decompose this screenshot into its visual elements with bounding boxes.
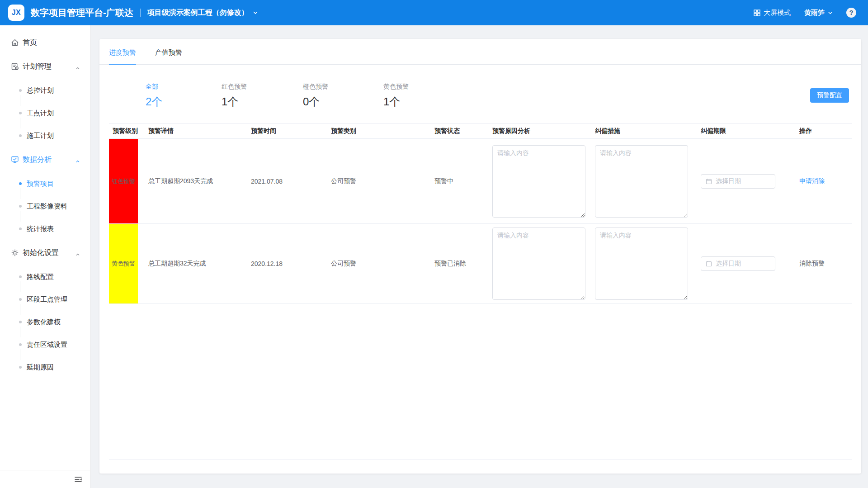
- warning-status: 预警中: [431, 177, 489, 185]
- sidebar-item-responsibility-area[interactable]: 责任区域设置: [0, 336, 90, 354]
- bullet-dot-icon: [19, 134, 22, 137]
- sidebar-item-site-plan[interactable]: 工点计划: [0, 104, 90, 122]
- bullet-dot-icon: [19, 112, 22, 114]
- sidebar-item-project-media[interactable]: 工程影像资料: [0, 197, 90, 215]
- sidebar-item-label: 首页: [23, 38, 37, 47]
- sidebar-group-init-settings[interactable]: 初始化设置: [0, 244, 90, 262]
- sidebar-group-label: 初始化设置: [23, 248, 59, 258]
- warning-level-cell: 黄色预警: [109, 224, 145, 303]
- apply-clear-warning-link[interactable]: 申请消除: [799, 177, 825, 185]
- sidebar-item-label: 施工计划: [27, 132, 54, 140]
- col-header-detail: 预警详情: [145, 127, 247, 135]
- warning-stats: 全部 2个 红色预警 1个 橙色预警 0个 黄色预警 1个 预警配置: [99, 65, 861, 123]
- tab-progress-warning[interactable]: 进度预警: [109, 48, 136, 64]
- sidebar: 首页 计划管理 总控计划 工点计划 施工计划 数据分析 预警项目: [0, 25, 90, 488]
- warning-level-badge-yellow: 黄色预警: [109, 224, 138, 303]
- stat-label: 全部: [146, 83, 162, 91]
- warning-time: 2021.07.08: [247, 178, 327, 185]
- stat-value: 1个: [383, 95, 409, 109]
- stat-value: 0个: [303, 95, 328, 109]
- stat-orange-warning[interactable]: 橙色预警 0个: [303, 83, 328, 109]
- bullet-dot-icon: [19, 366, 22, 369]
- warning-level-cell: 红色预警: [109, 139, 145, 223]
- correction-deadline-datepicker[interactable]: 选择日期: [701, 256, 775, 271]
- home-icon: [11, 38, 19, 47]
- sidebar-item-label: 统计报表: [27, 225, 54, 233]
- sidebar-item-warning-projects[interactable]: 预警项目: [0, 175, 90, 193]
- warning-table: 预警级别 预警详情 预警时间 预警类别 预警状态 预警原因分析 纠偏措施 纠偏期…: [109, 123, 852, 304]
- bullet-dot-icon: [19, 321, 22, 323]
- date-placeholder: 选择日期: [716, 260, 741, 268]
- settings-icon: [11, 249, 19, 257]
- stat-yellow-warning[interactable]: 黄色预警 1个: [383, 83, 409, 109]
- sidebar-group-plan[interactable]: 计划管理: [0, 57, 90, 76]
- bullet-dot-icon: [19, 182, 22, 185]
- sidebar-item-label: 预警项目: [27, 180, 54, 188]
- calendar-icon: [706, 261, 712, 267]
- sidebar-footer: [0, 470, 90, 488]
- warning-time: 2020.12.18: [247, 260, 327, 267]
- sidebar-item-label: 延期原因: [27, 363, 54, 372]
- sidebar-item-label: 工程影像资料: [27, 202, 67, 211]
- tab-bar: 进度预警 产值预警: [99, 39, 861, 65]
- warning-category: 公司预警: [327, 177, 431, 185]
- sidebar-item-master-plan[interactable]: 总控计划: [0, 81, 90, 99]
- table-row: 红色预警 总工期超期2093天完成 2021.07.08 公司预警 预警中: [109, 139, 852, 224]
- correction-deadline-datepicker[interactable]: 选择日期: [701, 174, 775, 189]
- clear-warning-action[interactable]: 消除预警: [799, 260, 825, 267]
- sidebar-item-label: 总控计划: [27, 86, 54, 95]
- screen-mode-icon: [754, 9, 760, 16]
- bullet-dot-icon: [19, 227, 22, 230]
- stat-red-warning[interactable]: 红色预警 1个: [222, 83, 247, 109]
- sidebar-group-label: 数据分析: [23, 155, 52, 165]
- warning-category: 公司预警: [327, 260, 431, 268]
- col-header-time: 预警时间: [247, 127, 327, 135]
- bullet-dot-icon: [19, 205, 22, 208]
- sidebar-item-section-site-mgmt[interactable]: 区段工点管理: [0, 290, 90, 308]
- plan-icon: [11, 62, 19, 71]
- chevron-down-icon: [253, 10, 258, 15]
- project-switcher[interactable]: 项目级演示案例工程（勿修改）: [147, 8, 258, 18]
- sidebar-item-parametric-modeling[interactable]: 参数化建模: [0, 313, 90, 331]
- sidebar-item-route-config[interactable]: 路线配置: [0, 268, 90, 286]
- username: 黄雨笋: [804, 9, 825, 17]
- main-area: 进度预警 产值预警 全部 2个 红色预警 1个 橙色预警 0个 黄色预警 1个 …: [90, 25, 868, 488]
- sidebar-item-label: 工点计划: [27, 109, 54, 118]
- sidebar-item-label: 区段工点管理: [27, 295, 67, 304]
- collapse-sidebar-button[interactable]: [75, 476, 82, 483]
- col-header-category: 预警类别: [327, 127, 431, 135]
- sidebar-item-home[interactable]: 首页: [0, 33, 90, 52]
- stat-label: 红色预警: [222, 83, 247, 91]
- reason-analysis-textarea[interactable]: [492, 227, 585, 300]
- sidebar-item-label: 参数化建模: [27, 318, 61, 327]
- sidebar-group-data-analysis[interactable]: 数据分析: [0, 151, 90, 169]
- calendar-icon: [706, 178, 712, 185]
- sidebar-item-construction-plan[interactable]: 施工计划: [0, 127, 90, 145]
- sidebar-group-label: 计划管理: [23, 62, 52, 71]
- reason-analysis-textarea[interactable]: [492, 145, 585, 218]
- help-button[interactable]: ?: [846, 8, 856, 18]
- project-name: 项目级演示案例工程（勿修改）: [147, 8, 249, 18]
- bullet-dot-icon: [19, 275, 22, 278]
- card-bottom-divider: [109, 459, 852, 460]
- warning-detail: 总工期超期2093天完成: [145, 177, 247, 185]
- chevron-up-icon: [75, 64, 80, 72]
- stat-label: 橙色预警: [303, 83, 328, 91]
- screen-mode-button[interactable]: 大屏模式: [754, 9, 791, 17]
- col-header-reason: 预警原因分析: [489, 127, 591, 135]
- correction-measure-textarea[interactable]: [595, 145, 688, 218]
- stat-value: 1个: [222, 95, 247, 109]
- warning-config-button[interactable]: 预警配置: [810, 88, 849, 103]
- tab-output-warning[interactable]: 产值预警: [155, 48, 182, 64]
- sidebar-item-statistics-report[interactable]: 统计报表: [0, 220, 90, 238]
- bullet-dot-icon: [19, 89, 22, 92]
- sidebar-item-delay-reason[interactable]: 延期原因: [0, 358, 90, 376]
- warning-detail: 总工期超期32天完成: [145, 260, 247, 268]
- stat-all[interactable]: 全部 2个: [146, 83, 162, 109]
- user-menu[interactable]: 黄雨笋: [804, 9, 833, 17]
- bullet-dot-icon: [19, 298, 22, 301]
- correction-measure-textarea[interactable]: [595, 227, 688, 300]
- app-title: 数字项目管理平台-广联达: [31, 7, 133, 19]
- analysis-icon: [11, 156, 19, 164]
- chevron-up-icon: [75, 251, 80, 259]
